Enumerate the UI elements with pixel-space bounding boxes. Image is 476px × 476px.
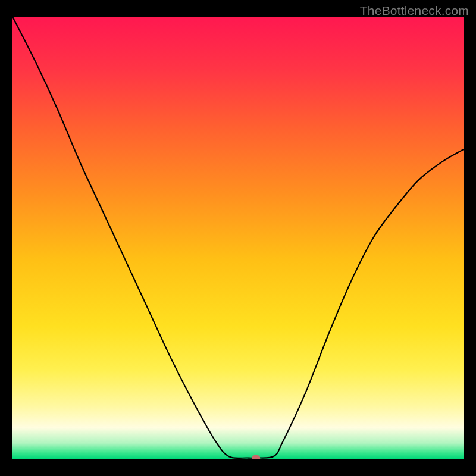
chart-container: TheBottleneck.com [0,0,476,476]
watermark-text: TheBottleneck.com [360,4,469,18]
plot-area [12,17,464,459]
gradient-background [12,17,464,459]
chart-svg [12,17,464,459]
